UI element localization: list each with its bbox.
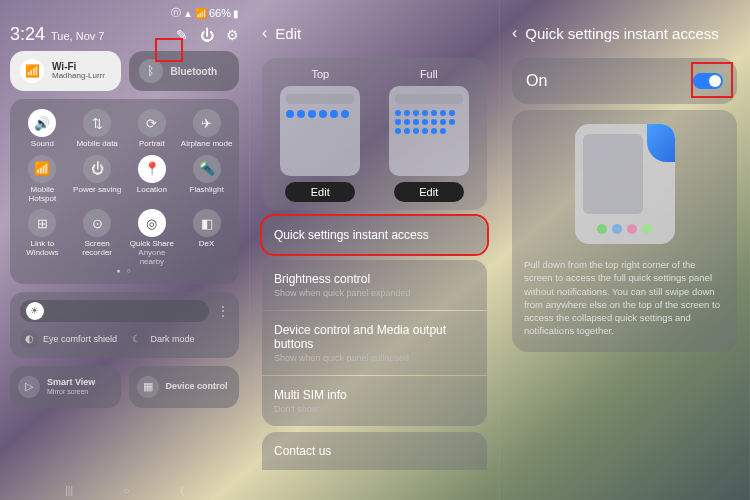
- qs-grid-card: 🔊Sound⇅Mobile data⟳Portrait✈Airplane mod…: [10, 99, 239, 284]
- qs-tile-label: Screen recorder: [71, 240, 124, 258]
- sun-icon: ☀: [26, 302, 44, 320]
- qs-tile-icon: ⊞: [28, 209, 56, 237]
- eye-icon: ◐: [20, 330, 38, 348]
- bluetooth-tile[interactable]: ᛒ Bluetooth: [129, 51, 240, 91]
- smart-view-button[interactable]: ▷ Smart View Mirror screen: [10, 366, 121, 408]
- qs-tile-label: Location: [137, 186, 167, 195]
- clock-time[interactable]: 3:24: [10, 24, 45, 45]
- qs-tile-label: Quick Share Anyone nearby: [126, 240, 179, 266]
- opt-multi-sim-info[interactable]: Multi SIM info Don't show: [262, 376, 487, 426]
- qs-tile-dex[interactable]: ◧DeX: [180, 209, 233, 266]
- qs-tile-icon: ⇅: [83, 109, 111, 137]
- qs-tile-icon: ✈: [193, 109, 221, 137]
- toggle-switch[interactable]: [693, 73, 723, 89]
- qs-tile-mobile-hotspot[interactable]: 📶Mobile Hotspot: [16, 155, 69, 204]
- device-control-button[interactable]: ▦ Device control: [129, 366, 240, 408]
- qs-tile-icon: 📶: [28, 155, 56, 183]
- opt-device-media-buttons[interactable]: Device control and Media output buttons …: [262, 311, 487, 375]
- qs-tile-portrait[interactable]: ⟳Portrait: [126, 109, 179, 149]
- qs-top-bar: 3:24 Tue, Nov 7 ✎ ⏻ ⚙: [0, 22, 249, 51]
- brightness-card: ☀ ⋮ ◐ Eye comfort shield ☾ Dark mode: [10, 292, 239, 358]
- qs-tile-label: Portrait: [139, 140, 165, 149]
- screen-qsia: ‹ Quick settings instant access On Pull …: [500, 0, 750, 500]
- edit-top-button[interactable]: Edit: [285, 182, 355, 202]
- qs-tile-location[interactable]: 📍Location: [126, 155, 179, 204]
- brightness-more-icon[interactable]: ⋮: [217, 304, 229, 318]
- back-button[interactable]: ‹: [262, 24, 267, 42]
- preview-card: Pull down from the top right corner of t…: [512, 110, 737, 352]
- battery-text: 66%: [209, 7, 231, 19]
- screen-quick-panel: ⓝ ▲ 📶 66% ▮ 3:24 Tue, Nov 7 ✎ ⏻ ⚙ 📶 Wi-F…: [0, 0, 250, 500]
- qs-tile-label: DeX: [199, 240, 215, 249]
- dark-mode-toggle[interactable]: ☾ Dark mode: [128, 330, 230, 348]
- nav-back[interactable]: ⟨: [180, 485, 184, 496]
- qs-tile-airplane-mode[interactable]: ✈Airplane mode: [180, 109, 233, 149]
- qs-tile-icon: ⟳: [138, 109, 166, 137]
- qs-tile-label: Mobile data: [76, 140, 117, 149]
- wifi-tile-icon: 📶: [20, 59, 44, 83]
- qs-tile-label: Flashlight: [190, 186, 224, 195]
- status-bar: ⓝ ▲ 📶 66% ▮: [0, 0, 249, 22]
- qs-tile-screen-recorder[interactable]: ⊙Screen recorder: [71, 209, 124, 266]
- moon-icon: ☾: [128, 330, 146, 348]
- grid-icon: ▦: [137, 376, 159, 398]
- power-button[interactable]: ⏻: [200, 27, 214, 43]
- opt-brightness-control[interactable]: Brightness control Show when quick panel…: [262, 260, 487, 310]
- wifi-tile[interactable]: 📶 Wi-Fi Madhang-Lurrr: [10, 51, 121, 91]
- page-dots: ● ○: [16, 267, 233, 274]
- qs-tile-label: Link to Windows: [16, 240, 69, 258]
- signal-icon: 📶: [195, 8, 207, 19]
- screen-edit: ‹ Edit Top Edit Full Edit Quic: [250, 0, 500, 500]
- nav-home[interactable]: ○: [123, 485, 129, 496]
- qs-tile-quick-share[interactable]: ◎Quick Share Anyone nearby: [126, 209, 179, 266]
- layout-full-option[interactable]: Full Edit: [379, 68, 480, 202]
- opt-quick-settings-instant-access[interactable]: Quick settings instant access: [262, 216, 487, 254]
- qs-tile-icon: 📍: [138, 155, 166, 183]
- on-toggle-row[interactable]: On: [512, 58, 737, 104]
- qs-tile-icon: 🔊: [28, 109, 56, 137]
- qs-tile-icon: 🔦: [193, 155, 221, 183]
- qs-tile-icon: ⏻: [83, 155, 111, 183]
- qs-tile-icon: ◎: [138, 209, 166, 237]
- nav-recents[interactable]: |||: [65, 485, 73, 496]
- page-title: Edit: [275, 25, 301, 42]
- qs-tile-icon: ⊙: [83, 209, 111, 237]
- qs-tile-mobile-data[interactable]: ⇅Mobile data: [71, 109, 124, 149]
- qs-tile-power-saving[interactable]: ⏻Power saving: [71, 155, 124, 204]
- page-title: Quick settings instant access: [525, 25, 718, 42]
- battery-icon: ▮: [233, 8, 239, 19]
- qs-tile-label: Airplane mode: [181, 140, 233, 149]
- bluetooth-tile-icon: ᛒ: [139, 59, 163, 83]
- edit-full-button[interactable]: Edit: [394, 182, 464, 202]
- settings-button[interactable]: ⚙: [226, 27, 239, 43]
- wifi-icon: ▲: [183, 8, 193, 19]
- edit-button[interactable]: ✎: [176, 27, 188, 43]
- qs-tile-label: Sound: [31, 140, 54, 149]
- cast-icon: ▷: [18, 376, 40, 398]
- brightness-slider[interactable]: ☀ ⋮: [20, 300, 229, 322]
- qs-tile-label: Mobile Hotspot: [16, 186, 69, 204]
- qs-tile-label: Power saving: [73, 186, 121, 195]
- preview-illustration: [575, 124, 675, 244]
- clock-date[interactable]: Tue, Nov 7: [51, 30, 104, 42]
- qs-tile-sound[interactable]: 🔊Sound: [16, 109, 69, 149]
- opt-contact-us[interactable]: Contact us: [262, 432, 487, 470]
- back-button[interactable]: ‹: [512, 24, 517, 42]
- description-text: Pull down from the top right corner of t…: [524, 258, 725, 338]
- layout-card: Top Edit Full Edit: [262, 58, 487, 210]
- qs-tile-icon: ◧: [193, 209, 221, 237]
- nfc-icon: ⓝ: [171, 6, 181, 20]
- qs-tile-link-to-windows[interactable]: ⊞Link to Windows: [16, 209, 69, 266]
- layout-top-option[interactable]: Top Edit: [270, 68, 371, 202]
- on-label: On: [526, 72, 547, 90]
- nav-bar: ||| ○ ⟨: [0, 485, 249, 496]
- eye-comfort-toggle[interactable]: ◐ Eye comfort shield: [20, 330, 122, 348]
- qs-tile-flashlight[interactable]: 🔦Flashlight: [180, 155, 233, 204]
